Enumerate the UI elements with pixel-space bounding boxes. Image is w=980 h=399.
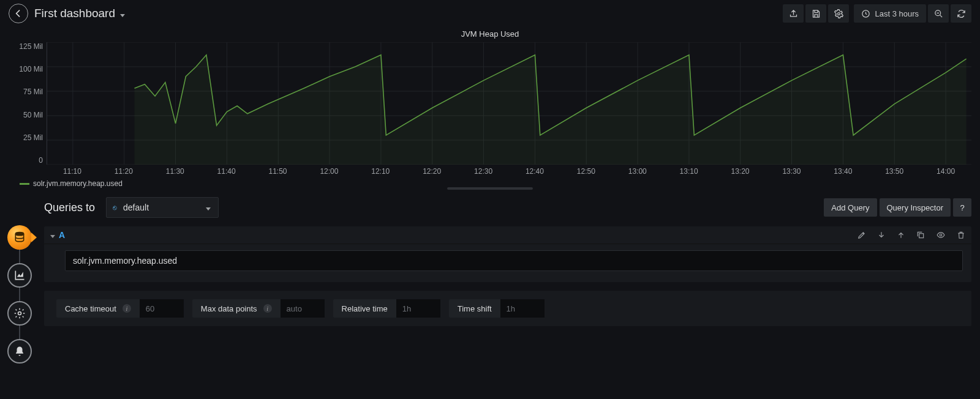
svg-point-30 [940,234,942,236]
legend-swatch [20,183,29,185]
edit-query-icon[interactable] [858,231,866,239]
y-axis: 125 Mil 100 Mil 75 Mil 50 Mil 25 Mil 0 [9,42,47,165]
delete-query-icon[interactable] [957,231,965,239]
relative-time-label: Relative time [333,304,396,313]
query-text-input[interactable] [65,250,963,271]
datasource-picker[interactable]: ⎋ default [106,197,219,218]
add-query-button[interactable]: Add Query [824,198,876,217]
max-data-points-input[interactable] [281,299,325,318]
time-range-picker[interactable]: Last 3 hours [854,4,926,23]
move-down-icon[interactable] [877,231,886,239]
dashboard-title-text: First dashboard [34,7,115,20]
collapse-toggle[interactable] [50,231,59,240]
legend-label: solr.jvm.memory.heap.used [33,179,123,188]
svg-rect-29 [919,234,924,238]
share-button[interactable] [783,4,804,23]
chevron-down-icon [205,203,211,212]
chart-plot-area[interactable] [47,42,971,165]
chevron-down-icon [119,7,125,20]
bell-icon [14,346,25,357]
svg-point-27 [15,233,23,236]
dashboard-title-dropdown[interactable]: First dashboard [34,7,125,20]
chart-legend[interactable]: solr.jvm.memory.heap.used [20,179,971,188]
chart-title: JVM Heap Used [9,27,971,42]
tab-visualization[interactable] [7,263,32,288]
datasource-icon: ⎋ [113,204,117,211]
svg-point-0 [838,12,840,15]
query-row: A [44,226,971,282]
max-data-points-label: Max data points i [192,304,281,313]
duplicate-query-icon[interactable] [916,231,925,239]
tab-alert[interactable] [7,339,32,364]
editor-tab-rail [7,225,32,364]
cache-timeout-label: Cache timeout i [56,304,140,313]
query-options: Cache timeout i Max data points i Relati… [44,291,971,326]
datasource-name: default [123,203,149,212]
x-axis: 11:1011:2011:3011:4011:5012:0012:1012:20… [47,167,971,176]
arrow-left-icon [13,9,23,18]
move-up-icon[interactable] [897,231,905,239]
queries-to-label: Queries to [44,201,95,214]
database-icon [13,231,26,244]
cache-timeout-input[interactable] [140,299,184,318]
toggle-visibility-icon[interactable] [936,231,946,239]
zoom-out-button[interactable] [928,4,949,23]
query-help-button[interactable]: ? [953,198,971,217]
save-button[interactable] [805,4,826,23]
gear-icon [834,9,843,18]
settings-button[interactable] [828,4,849,23]
svg-point-28 [18,312,21,315]
chart-panel: JVM Heap Used 125 Mil 100 Mil 75 Mil 50 … [9,27,971,186]
info-icon[interactable]: i [263,304,272,313]
save-icon [812,9,821,18]
time-shift-label: Time shift [449,304,500,313]
tab-queries[interactable] [7,225,32,250]
zoom-out-icon [934,9,943,18]
query-letter: A [59,230,65,240]
query-inspector-button[interactable]: Query Inspector [880,198,951,217]
clock-icon [861,9,870,18]
time-range-label: Last 3 hours [875,9,919,18]
relative-time-input[interactable] [396,299,440,318]
refresh-button[interactable] [951,4,971,23]
info-icon[interactable]: i [123,304,131,313]
tab-general[interactable] [7,301,32,326]
share-icon [789,9,798,18]
back-button[interactable] [9,4,28,23]
refresh-icon [957,9,966,18]
panel-resize-handle[interactable] [447,187,533,190]
time-shift-input[interactable] [500,299,545,318]
gear-cog-icon [13,307,26,319]
chart-area-icon [13,269,26,282]
